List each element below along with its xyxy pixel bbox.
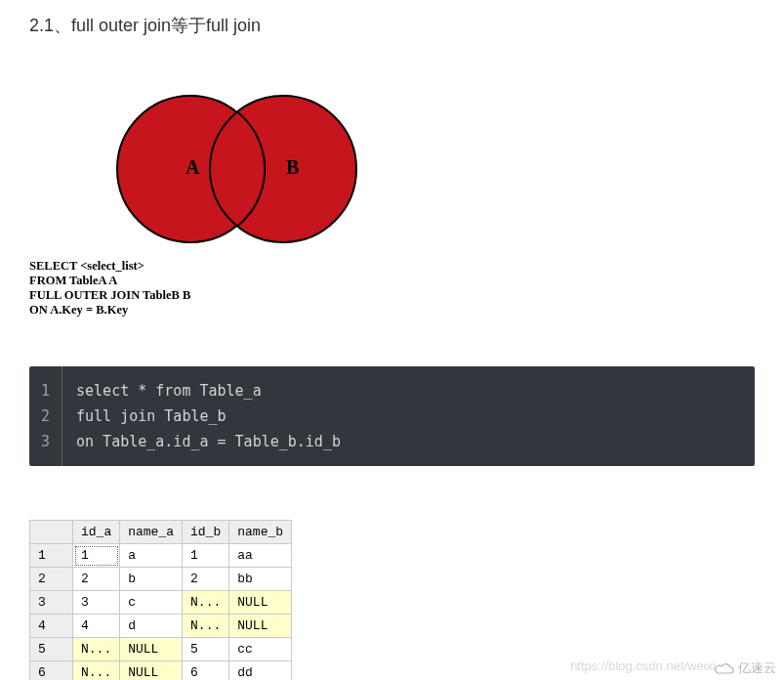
code-line: select * from Table_a xyxy=(62,378,354,404)
table-row: 44dN...NULL xyxy=(30,615,292,638)
table-cell: 5 xyxy=(183,638,229,661)
table-cell: NULL xyxy=(229,591,292,615)
table-cell: 1 xyxy=(183,544,229,568)
section-heading: 2.1、full outer join等于full join xyxy=(0,0,784,45)
venn-diagram-figure: A B SELECT <select_list> FROM TableA A F… xyxy=(29,84,381,318)
table-row: 11a1aa xyxy=(30,544,292,568)
table-cell: 4 xyxy=(73,615,120,638)
brand-badge: 亿速云 xyxy=(715,659,776,677)
row-number: 5 xyxy=(30,638,73,661)
watermark-text: https://blog.csdn.net/weixi xyxy=(570,659,716,673)
code-block: 1 2 3 select * from Table_a full join Ta… xyxy=(29,366,755,466)
code-line: on Table_a.id_a = Table_b.id_b xyxy=(62,429,354,454)
cloud-icon xyxy=(715,661,734,675)
venn-sql-line: SELECT <select_list> xyxy=(29,259,381,274)
brand-text: 亿速云 xyxy=(738,659,776,677)
line-number: 3 xyxy=(29,429,62,454)
svg-point-1 xyxy=(210,96,356,242)
table-cell: NULL xyxy=(229,615,292,638)
table-cell: 2 xyxy=(183,568,229,591)
code-line: full join Table_b xyxy=(62,404,354,429)
venn-sql-line: FULL OUTER JOIN TableB B xyxy=(29,288,381,303)
venn-svg: A B xyxy=(29,84,361,255)
code-gutter: 1 2 3 xyxy=(29,366,62,466)
table-cell: N... xyxy=(183,591,229,615)
table-row: 5N...NULL5cc xyxy=(30,638,292,661)
table-cell: 6 xyxy=(183,661,229,681)
table-cell: dd xyxy=(229,661,292,681)
table-cell: NULL xyxy=(120,661,183,681)
venn-sql-line: FROM TableA A xyxy=(29,274,381,288)
table-cell: a xyxy=(120,544,183,568)
table-row: 6N...NULL6dd xyxy=(30,661,292,681)
table-cell: bb xyxy=(229,568,292,591)
table-cell: N... xyxy=(73,661,120,681)
venn-sql-line: ON A.Key = B.Key xyxy=(29,303,381,318)
table-corner xyxy=(30,521,73,544)
venn-label-a: A xyxy=(186,156,200,178)
col-header: name_a xyxy=(120,521,183,544)
result-table: id_a name_a id_b name_b 11a1aa22b2bb33cN… xyxy=(29,520,292,680)
table-cell: b xyxy=(120,568,183,591)
code-content: select * from Table_a full join Table_b … xyxy=(62,366,354,466)
table-cell: N... xyxy=(73,638,120,661)
table-row: 22b2bb xyxy=(30,568,292,591)
row-number: 4 xyxy=(30,615,73,638)
table-cell: d xyxy=(120,615,183,638)
table-cell: aa xyxy=(229,544,292,568)
table-cell: c xyxy=(120,591,183,615)
venn-label-b: B xyxy=(286,156,299,178)
row-number: 3 xyxy=(30,591,73,615)
col-header: id_b xyxy=(183,521,229,544)
col-header: id_a xyxy=(73,521,120,544)
venn-sql-text: SELECT <select_list> FROM TableA A FULL … xyxy=(29,259,381,318)
table-cell: N... xyxy=(183,615,229,638)
table-cell: cc xyxy=(229,638,292,661)
row-number: 2 xyxy=(30,568,73,591)
line-number: 2 xyxy=(29,404,62,429)
line-number: 1 xyxy=(29,378,62,404)
table-header-row: id_a name_a id_b name_b xyxy=(30,521,292,544)
table-cell: 1 xyxy=(73,544,120,568)
col-header: name_b xyxy=(229,521,292,544)
table-cell: NULL xyxy=(120,638,183,661)
table-cell: 2 xyxy=(73,568,120,591)
row-number: 6 xyxy=(30,661,73,681)
row-number: 1 xyxy=(30,544,73,568)
table-row: 33cN...NULL xyxy=(30,591,292,615)
table-cell: 3 xyxy=(73,591,120,615)
